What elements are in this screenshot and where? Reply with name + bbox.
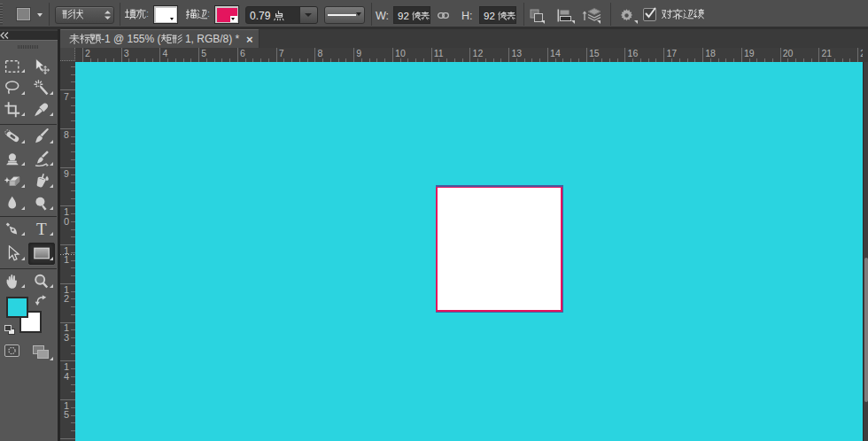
svg-text:T: T bbox=[35, 221, 46, 237]
